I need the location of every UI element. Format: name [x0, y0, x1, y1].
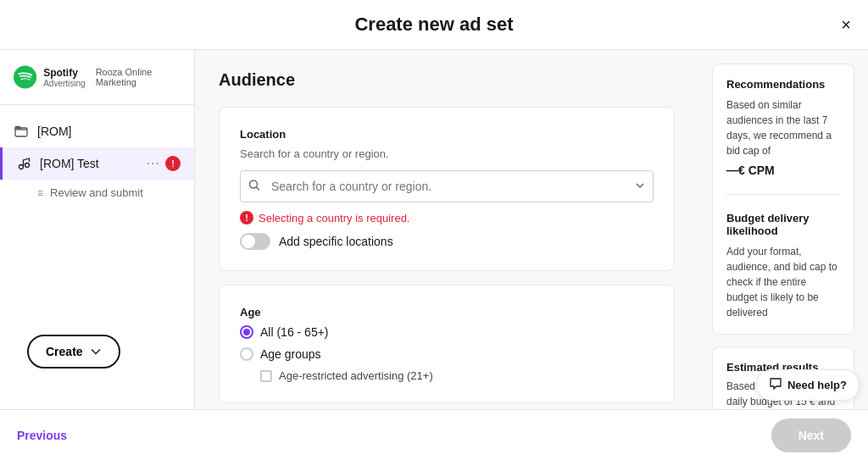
folder-icon [14, 124, 29, 139]
need-help-label: Need help? [787, 379, 847, 391]
specific-locations-toggle[interactable] [240, 233, 270, 250]
sidebar-item-rom-test[interactable]: [ROM] Test ··· ! [0, 147, 194, 180]
age-restricted-option[interactable]: Age-restricted advertising (21+) [260, 369, 654, 382]
footer: Previous Next [0, 409, 868, 460]
create-label: Create [46, 345, 83, 358]
rec-text: Based on similar audiences in the last 7… [726, 97, 840, 158]
age-all-radio[interactable] [240, 325, 253, 339]
toggle-knob [242, 235, 255, 248]
sidebar-item-rom-test-left: [ROM] Test [16, 156, 99, 171]
svg-point-3 [25, 163, 30, 168]
sidebar-logo: Spotify Advertising Rooza Online Marketi… [0, 64, 194, 105]
sidebar-item-review[interactable]: ≡ Review and submit [0, 180, 194, 206]
age-radio-group: All (16 - 65+) Age groups Age-restricted… [240, 325, 654, 382]
sidebar-item-rom[interactable]: [ROM] [0, 115, 194, 147]
sidebar-review-label: Review and submit [50, 186, 143, 199]
brand-type: Advertising [43, 79, 85, 88]
age-groups-label: Age groups [260, 347, 321, 361]
sidebar-brand: Spotify Advertising [43, 67, 85, 88]
age-all-label: All (16 - 65+) [260, 325, 329, 339]
age-card: Age All (16 - 65+) Age groups Age-res [219, 285, 675, 403]
age-groups-option[interactable]: Age groups [240, 347, 654, 361]
location-error: ! Selecting a country is required. [240, 211, 654, 224]
toggle-row: Add specific locations [240, 233, 654, 250]
audience-title: Audience [219, 70, 675, 90]
sidebar-item-rom-test-row: [ROM] Test ··· ! [16, 156, 181, 171]
location-card: Location Search for a country or region.… [219, 107, 675, 271]
error-text: Selecting a country is required. [259, 212, 409, 224]
error-badge: ! [165, 156, 181, 171]
sidebar-item-rom-label: [ROM] [37, 125, 71, 138]
toggle-label: Add specific locations [279, 235, 393, 248]
location-search-container [240, 170, 654, 202]
sidebar: Spotify Advertising Rooza Online Marketi… [0, 50, 195, 409]
rec-title: Recommendations [726, 78, 840, 91]
dots-icon[interactable]: ··· [147, 156, 160, 171]
create-button-container: Create [0, 308, 194, 396]
location-desc: Search for a country or region. [240, 147, 654, 160]
chat-icon [769, 377, 782, 393]
age-restricted-label: Age-restricted advertising (21+) [279, 369, 433, 382]
age-all-option[interactable]: All (16 - 65+) [240, 325, 654, 339]
brand-name: Spotify [43, 67, 85, 79]
create-button[interactable]: Create [27, 335, 120, 369]
form-panel: Audience Location Search for a country o… [195, 50, 698, 409]
content-area: Audience Location Search for a country o… [195, 50, 868, 409]
recommendations-card: Recommendations Based on similar audienc… [712, 64, 854, 335]
previous-button[interactable]: Previous [17, 429, 67, 442]
error-icon: ! [240, 211, 253, 224]
close-button[interactable]: × [841, 16, 851, 33]
need-help-button[interactable]: Need help? [756, 369, 860, 401]
rec-value: —€ CPM [726, 163, 840, 177]
modal-title: Create new ad set [354, 14, 513, 36]
dropdown-arrow-icon [635, 180, 645, 193]
location-label: Location [240, 128, 654, 141]
spotify-icon [14, 64, 36, 91]
budget-title: Budget delivery likelihood [726, 212, 840, 237]
location-search-input[interactable] [240, 170, 654, 202]
modal-header: Create new ad set × [0, 0, 868, 50]
next-button[interactable]: Next [771, 418, 851, 452]
svg-point-0 [14, 65, 36, 88]
sidebar-item-rom-test-label: [ROM] Test [40, 157, 99, 170]
search-icon [248, 180, 260, 194]
budget-text: Add your format, audience, and bid cap t… [726, 244, 840, 320]
list-icon: ≡ [37, 187, 43, 199]
age-restricted-checkbox[interactable] [260, 370, 272, 382]
account-name: Rooza Online Marketing [96, 67, 181, 87]
music-icon [16, 156, 31, 171]
chevron-down-icon [90, 346, 102, 357]
svg-point-2 [19, 165, 24, 169]
right-panel: Recommendations Based on similar audienc… [698, 50, 868, 409]
sidebar-item-actions: ··· ! [147, 156, 181, 171]
age-groups-radio[interactable] [240, 347, 253, 361]
age-label: Age [240, 306, 654, 319]
